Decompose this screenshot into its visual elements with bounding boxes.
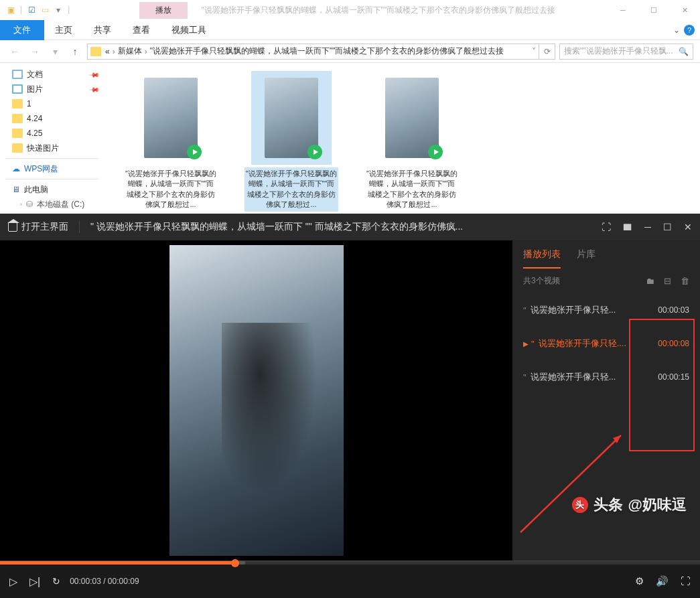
play-button[interactable]: ▷ (9, 575, 17, 588)
video-thumbnail[interactable]: "说罢她张开手像只轻飘飘的蝴蝶，从城墙一跃而下""而城楼之下那个玄衣的身影仿佛疯… (124, 71, 218, 208)
dropdown-icon[interactable]: ▾ (53, 5, 64, 15)
up-button[interactable]: ↑ (67, 44, 83, 60)
next-button[interactable]: ▷| (29, 575, 40, 588)
playlist-item[interactable]: " 说罢她张开手像只轻... 00:00:03 (512, 293, 700, 327)
player-body: 播放列表 片库 共3个视频 🖿 ⊟ 🗑 " 说罢她张开手像只轻... 00:00… (0, 240, 700, 560)
settings-icon[interactable]: ⚙ (635, 575, 644, 587)
document-icon (12, 70, 23, 79)
tree-node-cdisk[interactable]: ›⛁本地磁盘 (C:) (5, 197, 98, 212)
close-button[interactable]: ✕ (669, 3, 700, 17)
breadcrumb-seg[interactable]: « (105, 47, 110, 56)
search-input[interactable]: 搜索""说罢她张开手像只轻飘... 🔍 (559, 44, 693, 60)
nav-tree: 文档📌 图片📌 1 4.24 4.25 快递图片 ☁WPS网盘 🖥此电脑 ›⛁本… (0, 63, 104, 216)
playing-indicator-icon: ▶ (523, 340, 529, 348)
file-caption: "说罢她张开手像只轻飘飘的蝴蝶，从城墙一跃而下""而城楼之下那个玄衣的身影仿佛疯… (124, 167, 218, 212)
file-grid: "说罢她张开手像只轻飘飘的蝴蝶，从城墙一跃而下""而城楼之下那个玄衣的身影仿佛疯… (104, 63, 700, 216)
pin-icon: 📌 (89, 84, 100, 94)
tree-node-wps[interactable]: ☁WPS网盘 (5, 161, 98, 176)
chevron-right-icon: › (20, 201, 22, 208)
watermark: 头 头条 @奶味逗 (572, 495, 687, 515)
breadcrumb-seg[interactable]: "说罢她张开手像只轻飘飘的蝴蝶，从城墙一跃而下""而城楼之下那个玄衣的身影仿佛疯… (150, 46, 504, 57)
back-button[interactable]: ← (7, 44, 23, 60)
toutiao-logo-icon: 头 (572, 497, 588, 513)
tree-node-folder[interactable]: 快递图片 (5, 141, 98, 155)
svg-line-0 (520, 435, 621, 532)
file-caption: "说罢她张开手像只轻飘飘的蝴蝶，从城墙一跃而下""而城楼之下那个玄衣的身影仿佛疯… (365, 167, 459, 212)
separator (5, 179, 98, 179)
folder-icon (12, 99, 23, 108)
history-dropdown-icon[interactable]: ▾ (47, 44, 63, 60)
window-title: "说罢她张开手像只轻飘飘的蝴蝶，从城墙一跃而下""而城楼之下那个玄衣的身影仿佛疯… (201, 5, 608, 16)
loop-button[interactable]: ↻ (52, 576, 60, 587)
tab-share[interactable]: 共享 (83, 20, 122, 40)
tree-node-folder[interactable]: 4.24 (5, 111, 98, 126)
tree-node-documents[interactable]: 文档📌 (5, 67, 98, 82)
video-thumbnail[interactable]: "说罢她张开手像只轻飘飘的蝴蝶，从城墙一跃而下""而城楼之下那个玄衣的身影仿佛疯… (244, 71, 338, 208)
breadcrumb-sep: › (113, 47, 115, 56)
fullscreen-icon[interactable]: ⛶ (681, 575, 691, 587)
search-placeholder: 搜索""说罢她张开手像只轻飘... (564, 46, 673, 57)
quote-icon: " (531, 339, 535, 349)
folder-icon: ▣ (5, 5, 16, 15)
scrubber-handle[interactable] (231, 559, 239, 567)
video-area[interactable] (0, 240, 512, 560)
video-player-window: 打开主界面 " 说罢她张开手像只轻飘飘的蝴蝶，从城墙一跃而下 "" 而城楼之下那… (0, 214, 700, 598)
playlist-items: " 说罢她张开手像只轻... 00:00:03 ▶ " 说罢她张开手像只轻...… (512, 293, 700, 560)
disk-icon: ⛁ (26, 200, 33, 209)
separator: | (20, 5, 22, 15)
tab-home[interactable]: 主页 (44, 20, 83, 40)
trash-icon[interactable]: 🗑 (681, 276, 689, 286)
pin-icon: 📌 (89, 69, 100, 80)
file-caption: "说罢她张开手像只轻飘飘的蝴蝶，从城墙一跃而下""而城楼之下那个玄衣的身影仿佛疯… (244, 167, 338, 212)
tree-node-folder[interactable]: 1 (5, 96, 98, 111)
video-thumbnail[interactable]: "说罢她张开手像只轻飘飘的蝴蝶，从城墙一跃而下""而城楼之下那个玄衣的身影仿佛疯… (365, 71, 459, 208)
breadcrumb[interactable]: « › 新媒体 › "说罢她张开手像只轻飘飘的蝴蝶，从城墙一跃而下""而城楼之下… (87, 44, 539, 60)
help-icon[interactable]: ? (684, 25, 695, 35)
tab-playlist[interactable]: 播放列表 (523, 248, 561, 269)
open-folder-icon[interactable]: 🖿 (646, 276, 654, 286)
refresh-button[interactable]: ⟳ (539, 44, 555, 60)
tab-view[interactable]: 查看 (122, 20, 161, 40)
sort-icon[interactable]: ⊟ (664, 276, 671, 286)
playlist-item[interactable]: " 说罢她张开手像只轻... 00:00:15 (512, 360, 700, 394)
folder-icon (12, 129, 23, 138)
explorer-content: 文档📌 图片📌 1 4.24 4.25 快递图片 ☁WPS网盘 🖥此电脑 ›⛁本… (0, 63, 700, 216)
search-icon[interactable]: 🔍 (679, 47, 689, 56)
breadcrumb-seg[interactable]: 新媒体 (118, 46, 142, 57)
expand-ribbon-icon[interactable]: ⌄ (673, 25, 680, 35)
pin-icon[interactable]: ⯀ (623, 222, 632, 232)
tree-node-thispc[interactable]: 🖥此电脑 (5, 182, 98, 197)
play-badge-icon (307, 145, 322, 159)
paste-icon[interactable]: ▭ (40, 5, 50, 15)
maximize-button[interactable]: ☐ (663, 222, 672, 232)
tab-library[interactable]: 片库 (577, 248, 596, 269)
minimize-button[interactable]: ─ (644, 222, 651, 232)
maximize-button[interactable]: ☐ (638, 3, 669, 17)
quote-icon: " (523, 372, 527, 382)
forward-button[interactable]: → (27, 44, 43, 60)
open-main-button[interactable]: 打开主界面 (8, 221, 80, 233)
close-button[interactable]: ✕ (684, 222, 692, 232)
volume-icon[interactable]: 🔊 (656, 575, 669, 587)
play-badge-icon (428, 145, 443, 159)
contextual-tab-play[interactable]: 播放 (139, 2, 188, 19)
dropdown-icon[interactable]: ˅ (532, 47, 536, 56)
minimize-button[interactable]: ─ (608, 3, 638, 17)
folder-icon (90, 47, 101, 56)
playlist-item[interactable]: ▶ " 说罢她张开手像只轻.... 00:00:08 (512, 327, 700, 360)
duration: 00:00:08 (648, 339, 689, 348)
home-icon (8, 222, 17, 232)
tree-node-folder[interactable]: 4.25 (5, 126, 98, 141)
progress-bar[interactable] (0, 560, 700, 565)
duration: 00:00:15 (648, 372, 689, 382)
tab-file[interactable]: 文件 (0, 20, 44, 40)
mini-mode-icon[interactable]: ⛶ (602, 222, 611, 232)
address-bar-row: ← → ▾ ↑ « › 新媒体 › "说罢她张开手像只轻飘飘的蝴蝶，从城墙一跃而… (0, 40, 700, 63)
check-icon[interactable]: ☑ (26, 5, 37, 15)
cloud-icon: ☁ (12, 164, 20, 173)
separator (5, 158, 98, 159)
tab-video-tools[interactable]: 视频工具 (161, 20, 217, 40)
ribbon-tabs: 文件 主页 共享 查看 视频工具 ⌄ ? (0, 20, 700, 40)
tree-node-pictures[interactable]: 图片📌 (5, 82, 98, 96)
playlist-tabs: 播放列表 片库 (512, 240, 700, 269)
